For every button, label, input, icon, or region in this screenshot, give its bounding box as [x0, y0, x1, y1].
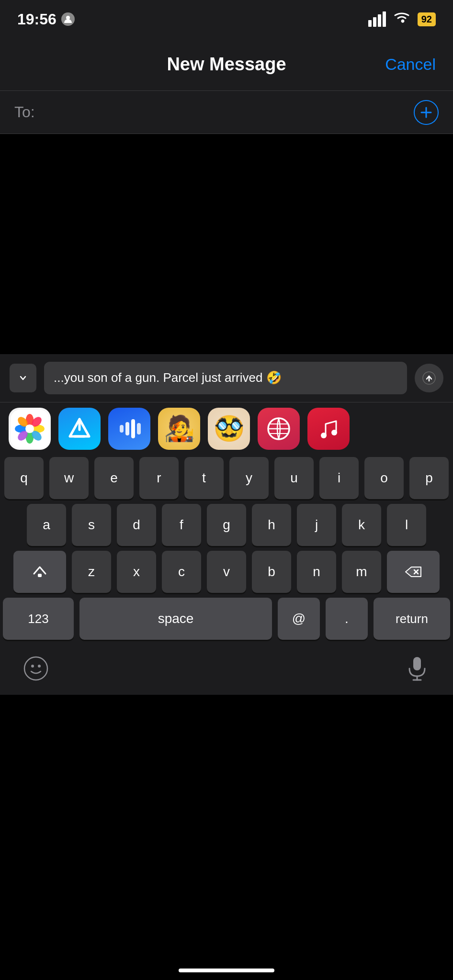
key-b[interactable]: b: [252, 551, 291, 593]
status-time: 19:56: [17, 11, 75, 28]
shift-key[interactable]: [13, 551, 66, 593]
key-o[interactable]: o: [364, 457, 404, 499]
key-y[interactable]: y: [229, 457, 269, 499]
key-t[interactable]: t: [184, 457, 224, 499]
key-f[interactable]: f: [162, 504, 201, 546]
key-q[interactable]: q: [4, 457, 44, 499]
key-l[interactable]: l: [387, 504, 426, 546]
svg-rect-20: [137, 423, 141, 434]
page-title: New Message: [167, 54, 286, 75]
key-j[interactable]: j: [297, 504, 336, 546]
svg-point-31: [31, 665, 34, 668]
svg-rect-27: [38, 574, 42, 577]
svg-point-30: [24, 657, 47, 680]
emoji-button[interactable]: [19, 652, 53, 685]
key-r[interactable]: r: [139, 457, 179, 499]
svg-rect-19: [131, 419, 135, 438]
suggestion-bar: ...you son of a gun. Parcel just arrived…: [0, 354, 453, 402]
svg-point-32: [38, 665, 41, 668]
music-app-icon[interactable]: [307, 408, 350, 450]
return-key[interactable]: return: [374, 598, 450, 640]
key-p[interactable]: p: [409, 457, 449, 499]
key-w[interactable]: w: [49, 457, 89, 499]
signal-icon: [368, 11, 386, 27]
keyboard-row-4: 123 space @ . return: [0, 595, 453, 642]
period-key[interactable]: .: [326, 598, 368, 640]
numbers-key[interactable]: 123: [3, 598, 74, 640]
svg-rect-18: [125, 422, 129, 435]
add-contact-button[interactable]: [414, 100, 439, 125]
key-k[interactable]: k: [342, 504, 381, 546]
photos-app-icon[interactable]: [9, 408, 51, 450]
backspace-key[interactable]: [387, 551, 440, 593]
key-v[interactable]: v: [207, 551, 246, 593]
battery-indicator: 92: [418, 12, 436, 26]
keyboard-row-2: a s d f g h j k l: [0, 501, 453, 548]
suggestion-text[interactable]: ...you son of a gun. Parcel just arrived…: [44, 362, 407, 394]
to-label: To:: [14, 103, 35, 121]
appstore-app-icon[interactable]: [58, 408, 101, 450]
time-label: 19:56: [17, 11, 57, 28]
key-g[interactable]: g: [207, 504, 246, 546]
shazam-app-icon[interactable]: [108, 408, 150, 450]
key-n[interactable]: n: [297, 551, 336, 593]
key-d[interactable]: d: [117, 504, 156, 546]
person-icon: [61, 12, 75, 26]
key-s[interactable]: s: [72, 504, 111, 546]
status-indicators: 92: [368, 11, 436, 27]
svg-rect-17: [120, 425, 124, 433]
cancel-button[interactable]: Cancel: [385, 55, 436, 74]
key-z[interactable]: z: [72, 551, 111, 593]
memoji2-app-icon[interactable]: 🥸: [208, 408, 250, 450]
svg-point-26: [331, 430, 337, 435]
key-m[interactable]: m: [342, 551, 381, 593]
keyboard: q w e r t y u i o p a s d f g h j k l z …: [0, 455, 453, 642]
bottom-bar: [0, 642, 453, 695]
svg-rect-33: [413, 657, 421, 670]
key-x[interactable]: x: [117, 551, 156, 593]
memoji1-app-icon[interactable]: 🧑‍🎤: [158, 408, 200, 450]
key-a[interactable]: a: [27, 504, 66, 546]
key-u[interactable]: u: [274, 457, 314, 499]
svg-point-14: [25, 424, 34, 433]
memoji1-face: 🧑‍🎤: [164, 414, 195, 443]
key-c[interactable]: c: [162, 551, 201, 593]
app-icons-row: 🧑‍🎤 🥸: [0, 402, 453, 455]
at-key[interactable]: @: [278, 598, 320, 640]
svg-point-0: [66, 16, 70, 20]
keyboard-row-1: q w e r t y u i o p: [0, 455, 453, 501]
compose-area: [0, 134, 453, 354]
memoji2-face: 🥸: [214, 414, 245, 443]
key-e[interactable]: e: [94, 457, 134, 499]
microphone-button[interactable]: [400, 652, 434, 685]
svg-point-25: [321, 433, 327, 438]
send-button[interactable]: [415, 364, 443, 392]
wifi-icon: [394, 11, 410, 27]
to-input[interactable]: [41, 103, 414, 121]
keyboard-row-3: z x c v b n m: [0, 548, 453, 595]
key-i[interactable]: i: [319, 457, 359, 499]
nav-bar: New Message Cancel: [0, 38, 453, 91]
websearch-app-icon[interactable]: [258, 408, 300, 450]
expand-button[interactable]: [10, 364, 36, 392]
key-h[interactable]: h: [252, 504, 291, 546]
to-field-row: To:: [0, 91, 453, 134]
home-indicator: [179, 969, 274, 972]
status-bar: 19:56 92: [0, 0, 453, 38]
space-key[interactable]: space: [79, 598, 272, 640]
